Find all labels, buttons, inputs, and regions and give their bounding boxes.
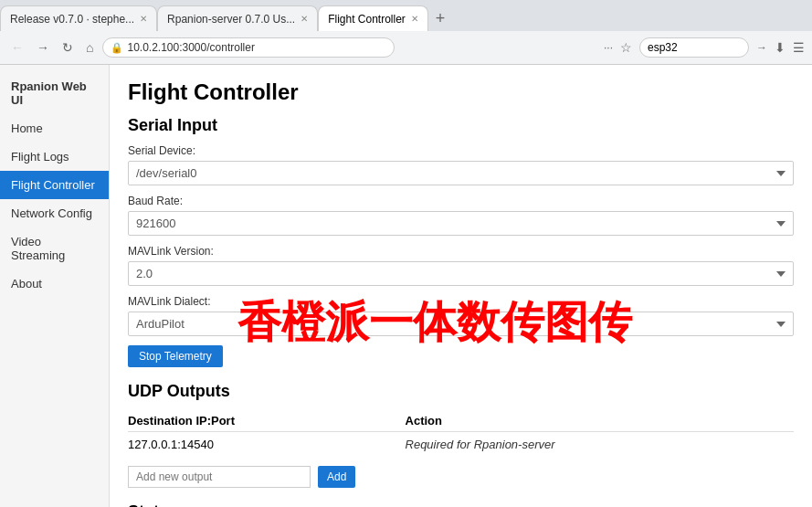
bookmark-icon[interactable]: ☆ [620, 40, 632, 55]
lock-icon: 🔒 [111, 42, 123, 54]
status-section: Status Packets Recieved: 577 (662 bytes/… [128, 502, 794, 507]
search-input[interactable] [639, 37, 749, 58]
address-text: 10.0.2.100:3000/controller [127, 41, 254, 54]
mavlink-dialect-label: MAVLink Dialect: [128, 295, 794, 308]
tab-1-label: Release v0.7.0 · stephe... [10, 13, 134, 26]
main-layout: Rpanion Web UI Home Flight Logs Flight C… [0, 65, 812, 507]
baud-rate-label: Baud Rate: [128, 195, 794, 207]
page-title: Flight Controller [128, 79, 794, 105]
arrow-icon: → [756, 41, 767, 54]
sidebar-item-network-config[interactable]: Network Config [0, 199, 109, 227]
mavlink-dialect-select[interactable]: ArduPilot [128, 312, 794, 336]
download-icon[interactable]: ⬇ [775, 40, 786, 55]
tab-3[interactable]: Flight Controller ✕ [318, 5, 428, 31]
table-row: 127.0.0.1:14540 Required for Rpanion-ser… [128, 432, 794, 458]
tab-2-close[interactable]: ✕ [301, 14, 308, 24]
tab-3-close[interactable]: ✕ [411, 14, 418, 24]
action-cell: Required for Rpanion-server [406, 432, 794, 458]
address-input[interactable]: 🔒 10.0.2.100:3000/controller [102, 37, 395, 58]
mavlink-version-label: MAVLink Version: [128, 245, 794, 258]
mavlink-version-group: MAVLink Version: 2.0 [128, 245, 794, 286]
tab-1[interactable]: Release v0.7.0 · stephe... ✕ [0, 5, 157, 31]
mavlink-version-select[interactable]: 2.0 [128, 261, 794, 286]
stop-telemetry-button[interactable]: Stop Telemetry [128, 345, 223, 367]
serial-device-label: Serial Device: [128, 144, 794, 157]
udp-section-title: UDP Outputs [128, 382, 794, 401]
add-output-button[interactable]: Add [318, 466, 355, 488]
add-output-row: Add [128, 466, 794, 488]
status-title: Status [128, 502, 794, 507]
serial-device-select[interactable]: /dev/serial0 [128, 161, 794, 185]
sidebar-item-home[interactable]: Home [0, 114, 109, 143]
add-output-input[interactable] [128, 466, 311, 488]
serial-input-title: Serial Input [128, 116, 794, 135]
refresh-button[interactable]: ↻ [58, 38, 77, 57]
tab-2-label: Rpanion-server 0.7.0 Us... [167, 13, 295, 26]
tab-3-label: Flight Controller [328, 13, 406, 26]
col-action: Action [406, 410, 794, 432]
browser-toolbar: ··· ☆ → ⬇ ☰ [604, 37, 805, 58]
back-button[interactable]: ← [7, 38, 27, 57]
address-bar: ← → ↻ ⌂ 🔒 10.0.2.100:3000/controller ···… [0, 31, 812, 64]
col-destination: Destination IP:Port [128, 410, 406, 432]
sidebar-item-flight-logs[interactable]: Flight Logs [0, 143, 109, 171]
tab-1-close[interactable]: ✕ [140, 14, 147, 24]
new-tab-button[interactable]: + [428, 9, 453, 28]
udp-section: UDP Outputs Destination IP:Port Action 1… [128, 382, 794, 488]
serial-device-group: Serial Device: /dev/serial0 [128, 144, 794, 185]
udp-table: Destination IP:Port Action 127.0.0.1:145… [128, 410, 794, 457]
baud-rate-group: Baud Rate: 921600 [128, 195, 794, 236]
menu-icon[interactable]: ☰ [793, 40, 805, 55]
extensions-icon: ··· [604, 41, 613, 54]
tab-bar: Release v0.7.0 · stephe... ✕ Rpanion-ser… [0, 0, 812, 31]
tab-2[interactable]: Rpanion-server 0.7.0 Us... ✕ [157, 5, 318, 31]
forward-button[interactable]: → [33, 38, 53, 57]
content-area: 香橙派一体数传图传 Flight Controller Serial Input… [110, 65, 812, 507]
mavlink-dialect-group: MAVLink Dialect: ArduPilot [128, 295, 794, 336]
baud-rate-select[interactable]: 921600 [128, 211, 794, 236]
sidebar-item-flight-controller[interactable]: Flight Controller [0, 171, 109, 199]
browser-chrome: Release v0.7.0 · stephe... ✕ Rpanion-ser… [0, 0, 812, 65]
sidebar-item-about[interactable]: About [0, 269, 109, 298]
sidebar: Rpanion Web UI Home Flight Logs Flight C… [0, 65, 110, 507]
sidebar-item-video-streaming[interactable]: Video Streaming [0, 227, 109, 269]
home-button[interactable]: ⌂ [82, 38, 97, 57]
destination-cell: 127.0.0.1:14540 [128, 432, 406, 458]
sidebar-title: Rpanion Web UI [0, 72, 109, 114]
